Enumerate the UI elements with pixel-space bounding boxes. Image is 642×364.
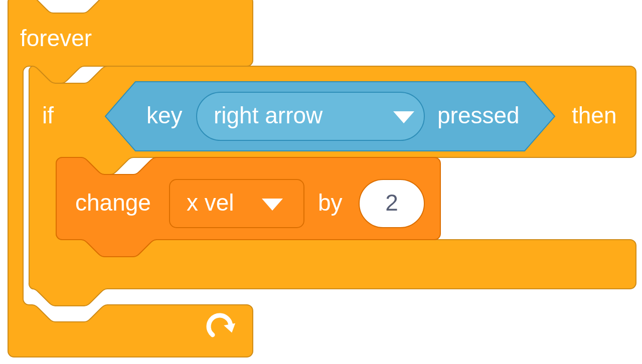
then-label: then [572,102,617,128]
variable-dropdown-label: x vel [187,190,234,216]
key-dropdown[interactable]: right arrow [197,92,424,140]
key-pressed-prefix: key [146,102,183,128]
key-pressed-suffix: pressed [437,102,520,128]
if-label: if [42,102,54,128]
number-input[interactable]: 2 [359,179,424,228]
key-dropdown-label: right arrow [214,102,323,128]
by-label: by [318,190,343,216]
number-input-value: 2 [385,190,398,216]
key-pressed-block[interactable]: key right arrow pressed [105,82,555,151]
variable-dropdown[interactable]: x vel [170,179,304,228]
change-label: change [75,190,151,216]
forever-label: forever [20,25,92,51]
